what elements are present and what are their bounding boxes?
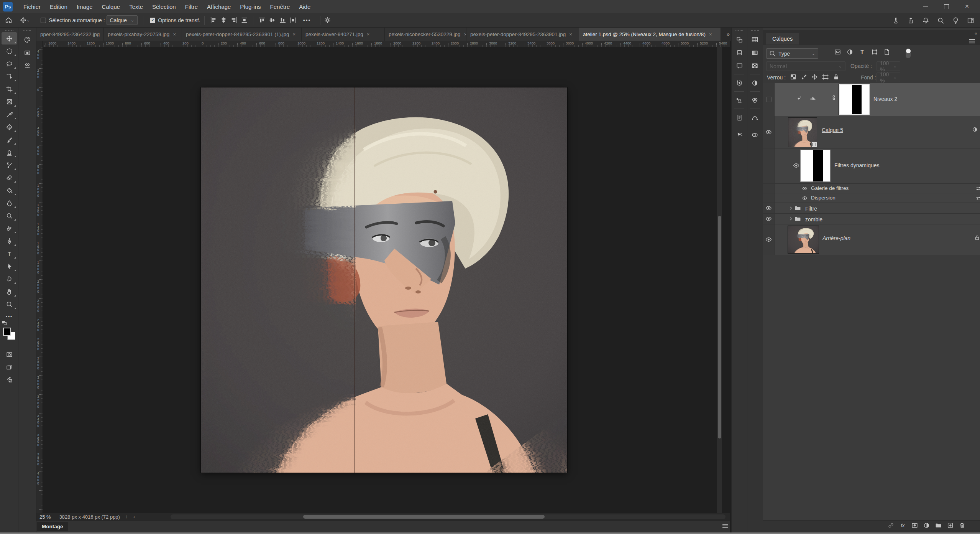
document-tab[interactable]: pexels-peter-dopper-849295-2363901.jpg× — [466, 28, 579, 41]
menu-item-texte[interactable]: Texte — [125, 1, 148, 13]
visibility-column[interactable] — [763, 148, 775, 183]
crop-tool[interactable] — [2, 83, 17, 95]
object-selection-tool[interactable] — [2, 70, 17, 82]
zoom-tool-tool[interactable] — [2, 298, 17, 310]
adjustment-filter-icon[interactable] — [847, 49, 853, 55]
close-button[interactable]: × — [964, 3, 970, 10]
share-image-button[interactable] — [2, 374, 17, 386]
document-viewport[interactable] — [43, 47, 730, 513]
horizontal-ruler[interactable]: 1600140012001000800600400200020040060080… — [43, 41, 730, 47]
layer-comps-panel-button[interactable] — [732, 33, 747, 46]
layer-thumbnail[interactable] — [788, 226, 819, 254]
layer-row[interactable]: Galerie de filtres — [763, 184, 980, 193]
smart-filter-indicator-icon[interactable] — [972, 126, 978, 133]
share-icon[interactable] — [908, 17, 914, 24]
layer-filter-toggle[interactable] — [906, 48, 911, 58]
drag-handle[interactable] — [735, 30, 743, 31]
blur-tool[interactable] — [2, 197, 17, 209]
tool-presets-panel-button[interactable] — [732, 128, 747, 141]
shapes-panel-button[interactable] — [748, 128, 762, 141]
shape-filter-icon[interactable] — [871, 49, 878, 55]
tab-close-icon[interactable]: × — [569, 31, 572, 37]
layer-row[interactable]: Calque 5 — [763, 116, 980, 148]
home-icon[interactable] — [5, 17, 12, 23]
auto-select-checkbox[interactable] — [41, 18, 46, 23]
opacity-field[interactable]: 100 % ⌄ — [877, 61, 900, 71]
align-center-h-icon[interactable] — [220, 17, 227, 23]
history-panel-button[interactable] — [732, 76, 747, 89]
menu-item-plug-ins[interactable]: Plug-ins — [235, 1, 265, 13]
menu-item-aide[interactable]: Aide — [294, 1, 315, 13]
add-mask-icon[interactable] — [911, 522, 918, 529]
layer-name[interactable]: Niveaux 2 — [873, 96, 897, 102]
color-panel-button[interactable] — [20, 33, 34, 46]
hand-tool[interactable] — [2, 285, 17, 298]
menu-item-fichier[interactable]: Fichier — [19, 1, 45, 13]
menu-item-filtre[interactable]: Filtre — [181, 1, 202, 13]
lock-artboard-icon[interactable] — [822, 74, 829, 80]
default-colors-icon[interactable] — [2, 321, 7, 325]
search-icon[interactable] — [937, 17, 944, 24]
filter-blending-options-icon[interactable] — [975, 185, 980, 192]
layer-row-body[interactable]: Filtre — [775, 203, 980, 213]
more-align-options-button[interactable]: ••• — [303, 17, 311, 23]
align-center-v-icon[interactable] — [269, 17, 276, 23]
healing-brush-tool[interactable] — [2, 121, 17, 133]
layer-row[interactable]: Dispersion — [763, 193, 980, 203]
vertical-scrollbar-thumb[interactable] — [718, 216, 721, 438]
guide-line[interactable] — [355, 87, 355, 473]
document-tab[interactable]: pper-849295-2364232.jpg× — [36, 28, 104, 41]
paint-bucket-tool[interactable] — [2, 184, 17, 196]
new-layer-icon[interactable] — [947, 522, 954, 529]
visibility-column[interactable] — [763, 184, 775, 193]
align-top-icon[interactable] — [259, 17, 265, 23]
notes-panel-button[interactable] — [732, 111, 747, 124]
paths-panel-button[interactable] — [748, 111, 762, 124]
horizontal-scrollbar[interactable] — [171, 514, 726, 519]
visibility-column[interactable] — [763, 116, 775, 148]
visibility-column[interactable] — [763, 214, 775, 224]
move-tool-icon[interactable] — [20, 17, 26, 23]
layer-row-body[interactable]: Dispersion — [775, 193, 980, 203]
status-expand-icon[interactable]: 〉 — [125, 514, 130, 520]
visibility-column[interactable] — [763, 203, 775, 213]
layer-row[interactable]: Filtre — [763, 203, 980, 214]
smartobj-filter-icon[interactable] — [883, 49, 890, 55]
menu-item-image[interactable]: Image — [72, 1, 97, 13]
move-tool[interactable] — [2, 32, 17, 44]
timeline-tab[interactable]: Montage — [37, 522, 68, 531]
dodge-tool[interactable] — [2, 209, 17, 222]
layer-row-body[interactable]: zombie — [775, 214, 980, 224]
new-group-icon[interactable] — [935, 522, 942, 529]
layer-row[interactable]: zombie — [763, 214, 980, 224]
chevron-down-icon[interactable]: ⌄ — [26, 18, 30, 23]
distribute-h-icon[interactable] — [290, 17, 296, 23]
group-expand-chevron-icon[interactable] — [788, 206, 794, 211]
eye-icon[interactable] — [793, 162, 799, 169]
channels-panel-button[interactable] — [748, 94, 762, 107]
panel-menu-icon[interactable] — [969, 39, 975, 43]
eye-icon[interactable] — [765, 205, 772, 211]
frame-tool[interactable] — [2, 96, 17, 108]
filter-mask-thumbnail[interactable] — [800, 150, 831, 182]
horizontal-scrollbar-thumb[interactable] — [303, 515, 545, 519]
link-layers-icon[interactable] — [888, 522, 894, 529]
adjustments-panel-button[interactable] — [748, 76, 762, 89]
layer-filter-type-dropdown[interactable]: Type ⌄ — [766, 48, 818, 59]
document-info[interactable]: 3828 px x 4016 px (72 ppp) — [59, 514, 120, 520]
maximize-button[interactable] — [943, 3, 949, 10]
document-tab[interactable]: pexels-peter-dopper-849295-2363901 (1).j… — [182, 28, 302, 41]
lock-paint-icon[interactable] — [801, 74, 807, 80]
drag-handle[interactable] — [23, 30, 31, 31]
layer-thumbnail[interactable] — [788, 117, 817, 147]
vertical-scrollbar[interactable] — [717, 47, 722, 513]
layer-effects-icon[interactable]: fx — [900, 522, 906, 529]
visibility-column[interactable] — [763, 83, 775, 116]
timeline-menu-icon[interactable] — [722, 524, 728, 529]
clone-stamp-tool[interactable] — [2, 146, 17, 158]
menu-item-edition[interactable]: Edition — [45, 1, 72, 13]
path-selection-tool[interactable] — [2, 260, 17, 272]
layer-row-body[interactable]: Filtres dynamiques — [775, 148, 980, 183]
zoom-level[interactable]: 25 % — [39, 514, 51, 520]
layer-row-body[interactable]: Galerie de filtres — [775, 184, 980, 193]
